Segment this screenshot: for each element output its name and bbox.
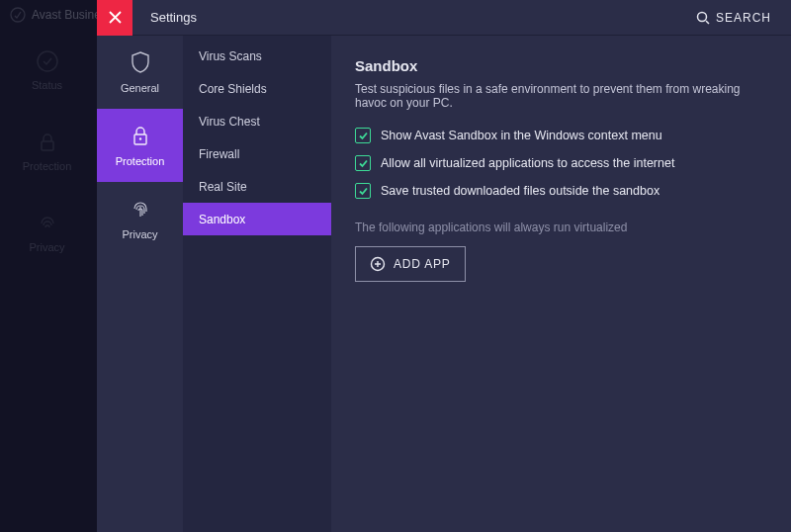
subnav-item-sandbox[interactable]: Sandbox [183,203,331,235]
nav-privacy-label: Privacy [29,241,64,253]
nav-status-label: Status [32,79,62,91]
category-general-label: General [121,82,159,94]
nav-protection[interactable]: Protection [23,131,72,172]
category-privacy[interactable]: Privacy [97,182,183,255]
lock-icon [36,131,59,154]
category-column: General Protection Privacy [97,36,183,532]
search-icon [696,11,710,25]
subnav-column: Virus ScansCore ShieldsVirus ChestFirewa… [183,36,331,532]
subnav-item-virus-scans[interactable]: Virus Scans [183,40,331,72]
subnav-item-firewall[interactable]: Firewall [183,137,331,170]
nav-status[interactable]: Status [32,49,62,91]
checkbox[interactable] [355,183,371,199]
lock-icon [130,124,151,147]
nav-privacy[interactable]: Privacy [29,212,64,253]
check-circle-icon [36,49,59,73]
close-button[interactable] [97,0,132,36]
category-privacy-label: Privacy [122,228,157,240]
main-sidebar: Status Protection Privacy [0,30,94,532]
svg-point-0 [11,8,25,22]
close-icon [109,11,122,24]
svg-rect-2 [42,141,53,150]
virtualized-note: The following applications will always r… [355,221,767,234]
svg-point-1 [38,51,57,71]
avast-logo-icon [10,7,26,23]
category-general[interactable]: General [97,36,183,109]
nav-protection-label: Protection [23,160,72,172]
content-panel: Sandbox Test suspicious files in a safe … [331,36,791,532]
option-label: Allow all virtualized applications to ac… [381,156,674,170]
settings-title: Settings [150,10,197,25]
category-protection-label: Protection [116,155,165,167]
subnav-item-virus-chest[interactable]: Virus Chest [183,105,331,137]
content-description: Test suspicious files in a safe environm… [355,82,767,110]
search-button[interactable]: SEARCH [696,11,771,25]
check-icon [358,131,369,141]
subnav-item-real-site[interactable]: Real Site [183,170,331,203]
search-label: SEARCH [716,11,771,25]
settings-header: Settings SEARCH [97,0,791,36]
fingerprint-icon [130,197,151,221]
option-row-1[interactable]: Allow all virtualized applications to ac… [355,155,767,171]
content-heading: Sandbox [355,57,767,74]
checkbox[interactable] [355,128,371,143]
add-app-label: ADD APP [394,257,451,271]
checkbox[interactable] [355,155,371,171]
subnav-item-core-shields[interactable]: Core Shields [183,72,331,105]
shield-icon [130,50,151,74]
check-icon [358,186,369,197]
add-app-button[interactable]: ADD APP [355,246,466,282]
fingerprint-icon [36,212,59,235]
option-label: Save trusted downloaded files outside th… [381,184,659,198]
svg-point-3 [697,12,706,21]
option-row-0[interactable]: Show Avast Sandbox in the Windows contex… [355,128,767,143]
option-row-2[interactable]: Save trusted downloaded files outside th… [355,183,767,199]
plus-circle-icon [370,256,386,272]
check-icon [358,158,369,169]
option-label: Show Avast Sandbox in the Windows contex… [381,129,662,142]
category-protection[interactable]: Protection [97,109,183,182]
settings-modal: Settings SEARCH General Protection Priva… [97,0,791,532]
svg-point-5 [138,137,140,139]
